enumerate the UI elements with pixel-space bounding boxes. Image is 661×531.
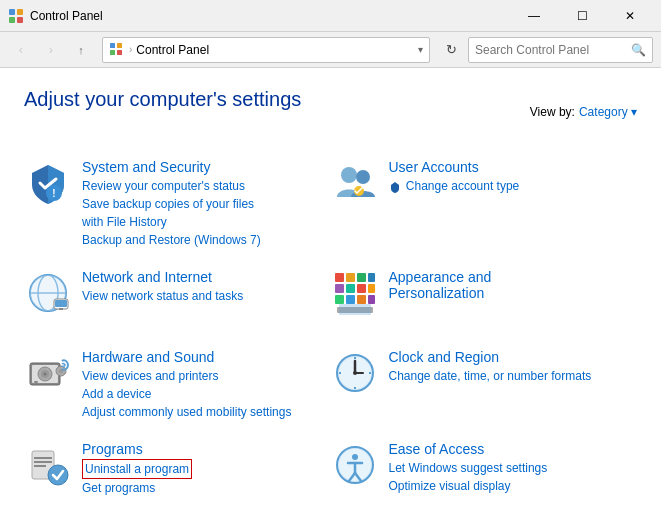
svg-rect-24 bbox=[335, 284, 344, 293]
window-title: Control Panel bbox=[30, 9, 511, 23]
ease-of-access-text: Ease of Access Let Windows suggest setti… bbox=[389, 441, 638, 495]
svg-rect-21 bbox=[346, 273, 355, 282]
svg-point-58 bbox=[352, 454, 358, 460]
clock-region-title[interactable]: Clock and Region bbox=[389, 349, 638, 365]
up-button[interactable]: ↑ bbox=[68, 37, 94, 63]
programs-title[interactable]: Programs bbox=[82, 441, 331, 457]
svg-rect-25 bbox=[346, 284, 355, 293]
svg-rect-29 bbox=[346, 295, 355, 304]
title-bar: Control Panel — ☐ ✕ bbox=[0, 0, 661, 32]
svg-rect-41 bbox=[34, 381, 38, 383]
hardware-sound-text: Hardware and Sound View devices and prin… bbox=[82, 349, 331, 421]
ease-of-access-title[interactable]: Ease of Access bbox=[389, 441, 638, 457]
svg-rect-6 bbox=[110, 50, 115, 55]
hardware-sound-sub-2[interactable]: Add a device bbox=[82, 385, 331, 403]
appearance-icon bbox=[331, 269, 379, 317]
search-icon[interactable]: 🔍 bbox=[631, 43, 646, 57]
minimize-button[interactable]: — bbox=[511, 0, 557, 32]
svg-rect-1 bbox=[17, 9, 23, 15]
ease-of-access-sub-1[interactable]: Let Windows suggest settings bbox=[389, 459, 638, 477]
svg-rect-28 bbox=[335, 295, 344, 304]
programs-text: Programs Uninstall a program Get program… bbox=[82, 441, 331, 497]
system-security-title[interactable]: System and Security bbox=[82, 159, 331, 175]
network-internet-icon bbox=[24, 269, 72, 317]
address-text: Control Panel bbox=[136, 43, 414, 57]
main-content: Adjust your computer's settings View by:… bbox=[0, 68, 661, 531]
view-by-chevron: ▾ bbox=[631, 105, 637, 119]
category-network-internet: Network and Internet View network status… bbox=[24, 269, 331, 329]
svg-rect-0 bbox=[9, 9, 15, 15]
clock-region-text: Clock and Region Change date, time, or n… bbox=[389, 349, 638, 385]
page-title: Adjust your computer's settings bbox=[24, 88, 301, 111]
svg-rect-23 bbox=[368, 273, 375, 282]
system-security-sub-2[interactable]: Save backup copies of your fileswith Fil… bbox=[82, 195, 331, 231]
search-bar[interactable]: 🔍 bbox=[468, 37, 653, 63]
appearance-text: Appearance andPersonalization bbox=[389, 269, 638, 303]
ease-of-access-sub-2[interactable]: Optimize visual display bbox=[389, 477, 638, 495]
svg-rect-52 bbox=[34, 457, 52, 459]
hardware-sound-title[interactable]: Hardware and Sound bbox=[82, 349, 331, 365]
appearance-title[interactable]: Appearance andPersonalization bbox=[389, 269, 638, 301]
clock-region-icon bbox=[331, 349, 379, 397]
forward-button[interactable]: › bbox=[38, 37, 64, 63]
system-security-sub-3[interactable]: Backup and Restore (Windows 7) bbox=[82, 231, 331, 249]
address-bar[interactable]: › Control Panel ▾ bbox=[102, 37, 430, 63]
svg-rect-22 bbox=[357, 273, 366, 282]
header-row: Adjust your computer's settings View by:… bbox=[24, 88, 637, 135]
svg-rect-30 bbox=[357, 295, 366, 304]
svg-point-46 bbox=[353, 371, 357, 375]
category-hardware-sound: Hardware and Sound View devices and prin… bbox=[24, 349, 331, 421]
categories-grid: ! System and Security Review your comput… bbox=[24, 159, 637, 521]
system-security-icon: ! bbox=[24, 159, 72, 207]
back-button[interactable]: ‹ bbox=[8, 37, 34, 63]
network-internet-text: Network and Internet View network status… bbox=[82, 269, 331, 305]
svg-rect-19 bbox=[59, 308, 63, 310]
maximize-button[interactable]: ☐ bbox=[559, 0, 605, 32]
user-accounts-icon bbox=[331, 159, 379, 207]
user-accounts-title[interactable]: User Accounts bbox=[389, 159, 638, 175]
svg-rect-26 bbox=[357, 284, 366, 293]
category-programs: Programs Uninstall a program Get program… bbox=[24, 441, 331, 501]
clock-region-sub-1[interactable]: Change date, time, or number formats bbox=[389, 367, 638, 385]
svg-rect-3 bbox=[17, 17, 23, 23]
system-security-sub-1[interactable]: Review your computer's status bbox=[82, 177, 331, 195]
svg-rect-20 bbox=[335, 273, 344, 282]
svg-rect-18 bbox=[55, 300, 67, 307]
programs-sub-2[interactable]: Get programs bbox=[82, 479, 331, 497]
ease-of-access-icon bbox=[331, 441, 379, 489]
svg-point-38 bbox=[44, 373, 47, 376]
hardware-sound-icon bbox=[24, 349, 72, 397]
category-clock-region: Clock and Region Change date, time, or n… bbox=[331, 349, 638, 421]
network-internet-sub-1[interactable]: View network status and tasks bbox=[82, 287, 331, 305]
refresh-button[interactable]: ↻ bbox=[438, 37, 464, 63]
svg-rect-2 bbox=[9, 17, 15, 23]
nav-bar: ‹ › ↑ › Control Panel ▾ ↻ 🔍 bbox=[0, 32, 661, 68]
system-security-text: System and Security Review your computer… bbox=[82, 159, 331, 249]
close-button[interactable]: ✕ bbox=[607, 0, 653, 32]
svg-rect-54 bbox=[34, 465, 46, 467]
address-dropdown-chevron[interactable]: ▾ bbox=[418, 44, 423, 55]
svg-rect-4 bbox=[110, 43, 115, 48]
view-by-value[interactable]: Category ▾ bbox=[579, 105, 637, 119]
network-internet-title[interactable]: Network and Internet bbox=[82, 269, 331, 285]
view-by-control: View by: Category ▾ bbox=[530, 105, 637, 119]
hardware-sound-sub-3[interactable]: Adjust commonly used mobility settings bbox=[82, 403, 331, 421]
user-accounts-sub-1[interactable]: Change account type bbox=[389, 177, 638, 195]
svg-rect-33 bbox=[339, 304, 371, 315]
programs-sub-1[interactable]: Uninstall a program bbox=[82, 459, 192, 479]
svg-point-10 bbox=[341, 167, 357, 183]
svg-point-11 bbox=[356, 170, 370, 184]
category-ease-of-access: Ease of Access Let Windows suggest setti… bbox=[331, 441, 638, 501]
category-system-security: ! System and Security Review your comput… bbox=[24, 159, 331, 249]
hardware-sound-sub-1[interactable]: View devices and printers bbox=[82, 367, 331, 385]
user-accounts-text: User Accounts Change account type bbox=[389, 159, 638, 195]
category-appearance: Appearance andPersonalization bbox=[331, 269, 638, 329]
view-by-label: View by: bbox=[530, 105, 575, 119]
app-icon bbox=[8, 8, 24, 24]
programs-icon bbox=[24, 441, 72, 489]
svg-text:!: ! bbox=[52, 188, 55, 199]
svg-rect-31 bbox=[368, 295, 375, 304]
search-input[interactable] bbox=[475, 43, 631, 57]
window-controls: — ☐ ✕ bbox=[511, 0, 653, 32]
svg-rect-7 bbox=[117, 50, 122, 55]
